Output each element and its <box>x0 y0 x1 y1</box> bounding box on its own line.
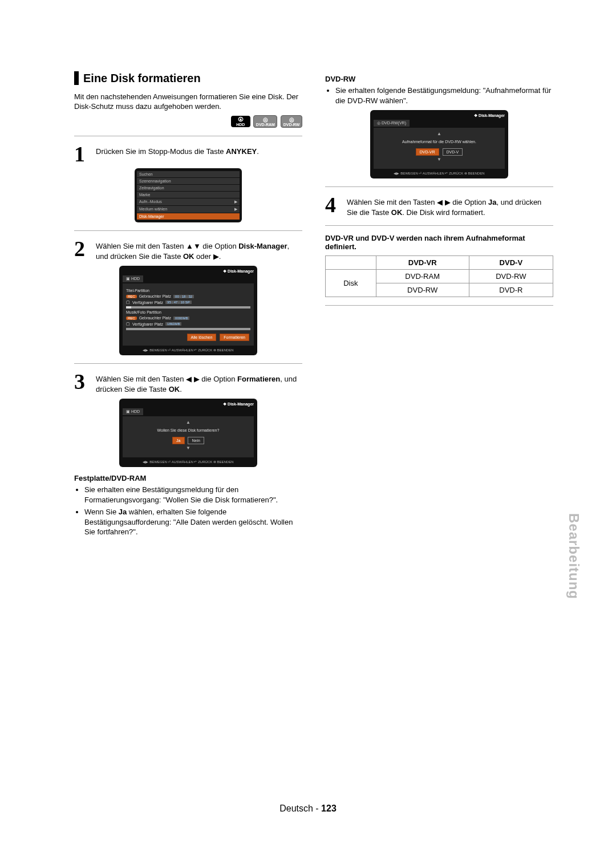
badge-dvd-rw: ◎DVD-RW <box>281 115 302 128</box>
osd-dvd-v-button: DVD-V <box>443 148 463 156</box>
osd-format-confirm: ❖ Disk-Manager ▣ HDD ▲ Wollen Sie diese … <box>119 399 257 467</box>
footer-language: Deutsch <box>279 804 313 813</box>
divider <box>74 363 302 364</box>
step-text: Wählen Sie mit den Tasten ◀ ▶ die Option… <box>347 195 553 217</box>
table-cell: DVD-RW <box>376 283 469 297</box>
format-table: DVD-VR DVD-V Disk DVD-RAM DVD-RW DVD-RW … <box>325 255 553 297</box>
table-header-dvd-vr: DVD-VR <box>376 256 469 270</box>
dvd-rw-bullets: Sie erhalten folgende Bestätigungsmeldun… <box>325 86 553 106</box>
badge-dvd-ram: ◎DVD-RAM <box>253 115 277 128</box>
osd-no-button: Nein <box>188 437 204 444</box>
step-4: 4 Wählen Sie mit den Tasten ◀ ▶ die Opti… <box>325 195 553 217</box>
step-number: 2 <box>74 239 91 258</box>
osd-menu-anykey: Suchen Szenennavigation Zeitnavigation M… <box>135 168 242 222</box>
step-text: Wählen Sie mit den Tasten ▲▼ die Option … <box>96 239 302 261</box>
step-1: 1 Drücken Sie im Stopp-Modus die Taste A… <box>74 144 302 164</box>
page-footer: Deutsch - 123 <box>0 804 616 814</box>
osd-format-button: Formatieren <box>220 334 249 341</box>
table-cell: DVD-R <box>469 283 553 297</box>
table-cell: DVD-RW <box>469 270 553 283</box>
step-3: 3 Wählen Sie mit den Tasten ◀ ▶ die Opti… <box>74 372 302 394</box>
osd-item: Szenennavigation <box>137 178 240 184</box>
section-side-tab: Bearbeitung <box>566 513 582 599</box>
osd-item: Aufn.-Modus▶ <box>137 198 240 205</box>
osd-item-selected: Disk-Manager <box>137 213 240 220</box>
section-heading-text: Eine Disk formatieren <box>83 72 201 85</box>
divider <box>325 305 553 306</box>
hdd-ram-bullets: Sie erhalten eine Bestätigungsmeldung fü… <box>74 485 302 537</box>
osd-item: Suchen <box>137 171 240 177</box>
footer-page-number: 123 <box>321 804 337 813</box>
format-definition-heading: DVD-VR und DVD-V werden nach ihrem Aufna… <box>325 234 553 251</box>
table-cell: DVD-RAM <box>376 270 469 283</box>
hdd-ram-heading: Festplatte/DVD-RAM <box>74 474 302 482</box>
step-number: 1 <box>74 144 91 164</box>
step-text: Wählen Sie mit den Tasten ◀ ▶ die Option… <box>96 372 302 394</box>
step-number: 4 <box>325 195 342 214</box>
section-heading: Eine Disk formatieren <box>74 71 302 85</box>
step-number: 3 <box>74 372 91 391</box>
osd-dvd-rw-format: ❖ Disk-Manager ◎ DVD-RW(VR) ▲ Aufnahmefo… <box>370 110 508 178</box>
osd-disk-manager: ❖ Disk-Manager ▣ HDD Titel-Partition REC… <box>119 266 257 355</box>
osd-dvd-vr-button: DVD-VR <box>416 148 439 156</box>
intro-text: Mit den nachstehenden Anweisungen format… <box>74 92 302 112</box>
divider <box>74 230 302 231</box>
table-header-dvd-v: DVD-V <box>469 256 553 270</box>
divider <box>325 225 553 226</box>
right-column: DVD-RW Sie erhalten folgende Bestätigung… <box>325 71 553 541</box>
list-item: Wenn Sie Ja wählen, erhalten Sie folgend… <box>84 507 302 537</box>
divider <box>325 186 553 187</box>
table-header-empty <box>326 256 376 270</box>
divider <box>74 136 302 136</box>
table-rowlabel-disk: Disk <box>326 270 376 297</box>
osd-delete-all-button: Alle löschen <box>187 334 217 341</box>
list-item: Sie erhalten eine Bestätigungsmeldung fü… <box>84 485 302 505</box>
osd-item: Zeitnavigation <box>137 185 240 191</box>
step-text: Drücken Sie im Stopp-Modus die Taste ANY… <box>96 144 259 157</box>
media-badges: ⦿HDD ◎DVD-RAM ◎DVD-RW <box>74 115 302 128</box>
step-2: 2 Wählen Sie mit den Tasten ▲▼ die Optio… <box>74 239 302 261</box>
dvd-rw-heading: DVD-RW <box>325 75 553 83</box>
manual-page: Eine Disk formatieren Mit den nachstehen… <box>0 0 616 848</box>
osd-item: Medium wählen▶ <box>137 206 240 213</box>
badge-hdd: ⦿HDD <box>231 116 250 127</box>
left-column: Eine Disk formatieren Mit den nachstehen… <box>74 71 302 541</box>
osd-yes-button: Ja <box>172 437 184 444</box>
list-item: Sie erhalten folgende Bestätigungsmeldun… <box>335 86 553 106</box>
osd-item: Marke <box>137 192 240 198</box>
two-column-layout: Eine Disk formatieren Mit den nachstehen… <box>74 71 553 541</box>
